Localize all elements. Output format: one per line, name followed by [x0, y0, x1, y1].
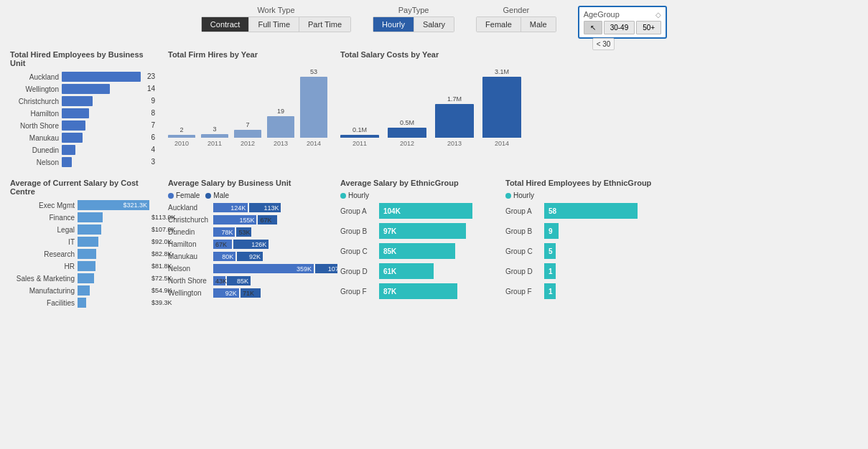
male-bar: 113K: [249, 203, 281, 212]
avg-salary-bu-bars: Auckland 124K 113K Christchurch 155K 67K: [168, 203, 327, 298]
female-bar-val: 92K: [225, 290, 237, 297]
total-firm-hires-chart: Total Firm Hires by Year 2 3 7 19 53 201…: [165, 47, 330, 170]
pay-type-buttons: Hourly Salary: [373, 16, 454, 32]
ethnic-hired-label: Group C: [505, 247, 541, 255]
list-item: Exec Mgmt $321.3K: [10, 200, 155, 210]
bar-fill: [340, 135, 379, 138]
total-firm-hires-title: Total Firm Hires by Year: [168, 50, 327, 59]
bar-fill: [201, 134, 228, 138]
list-item: Facilities $39.3K: [10, 298, 155, 308]
list-item: Group A 104K: [340, 203, 493, 219]
bar-top-label: 19: [277, 108, 284, 115]
bu-bars-group: 92K 71K: [213, 288, 327, 298]
bar-value: 9: [151, 96, 155, 106]
ethnic-label: Group D: [340, 268, 376, 275]
work-type-contract-btn[interactable]: Contract: [202, 17, 250, 32]
list-item: Group F 1: [505, 283, 858, 299]
male-bar-val: 53K: [238, 229, 250, 236]
eraser-icon[interactable]: ◇: [655, 11, 661, 19]
ethnic-bar: 87K: [379, 283, 457, 299]
total-hired-ethnic-bars: Group A 58 Group B 9 Group C 5 Group D 1…: [505, 203, 858, 299]
female-bar-val: 43K: [215, 278, 227, 285]
work-type-fulltime-btn[interactable]: Full Time: [249, 17, 299, 32]
female-bar: 43K: [213, 276, 225, 285]
bar-fill: [234, 130, 261, 138]
male-bar-val: 71K: [243, 290, 254, 297]
bu-bars-group: 359K 107K: [213, 264, 345, 273]
female-bar: 155K: [213, 215, 256, 225]
list-item: 0.5M: [388, 119, 426, 138]
female-bar-val: 67K: [215, 241, 227, 248]
bar-value-out: $113.0K: [151, 212, 176, 222]
total-salary-costs-title: Total Salary Costs by Year: [340, 50, 521, 59]
list-item: Auckland 124K 113K: [168, 203, 327, 212]
year-label: 2011: [340, 140, 379, 147]
bar-value-out: $54.9K: [151, 285, 172, 296]
male-bar-val: 85K: [237, 278, 248, 285]
firm-hires-bars-container: 2 3 7 19 53 20102011201220132014: [168, 66, 327, 163]
list-item: 19: [267, 108, 294, 138]
list-item: Sales & Marketing $72.5K: [10, 273, 155, 283]
salary-costs-bars-container: 0.1M 0.5M 1.7M 3.1M 2011201220132014: [340, 66, 521, 163]
list-item: 0.1M: [340, 126, 379, 138]
age-cursor-btn[interactable]: ↖: [584, 21, 602, 34]
bu-label: Manukau: [168, 252, 211, 260]
ethnic-hired-label: Group F: [505, 288, 541, 296]
year-label: 2013: [267, 140, 294, 147]
list-item: Dunedin 4: [10, 145, 155, 155]
ethnic-label: Group C: [340, 247, 376, 255]
bar-top-label: 3.1M: [495, 68, 509, 75]
female-bar: 78K: [213, 227, 235, 237]
avg-salary-ethnic-legend: Hourly: [340, 192, 493, 199]
ethnic-bar-val: 97K: [383, 227, 396, 235]
bar-value: 3: [151, 157, 155, 167]
cost-label: IT: [10, 238, 75, 246]
cost-bar-fill: [78, 237, 98, 247]
ethnic-bar: 61K: [379, 263, 434, 279]
list-item: Wellington 92K 71K: [168, 288, 327, 298]
bar-top-label: 0.1M: [353, 126, 367, 133]
ethnic-bar: 97K: [379, 223, 466, 239]
bar-label: Manukau: [10, 134, 59, 142]
ethnic-bar-val: 85K: [383, 247, 396, 255]
age-group-header: AgeGroup ◇: [584, 10, 662, 19]
cost-label: Facilities: [10, 299, 75, 307]
work-type-buttons: Contract Full Time Part Time: [201, 16, 351, 32]
list-item: 7: [234, 121, 261, 138]
bu-label: Hamilton: [168, 240, 211, 248]
total-hired-by-bu-bars: Auckland 23 Wellington 14 Christchurch 9…: [10, 72, 155, 167]
gender-female-btn[interactable]: Female: [477, 17, 521, 32]
male-bar: 126K: [233, 240, 269, 249]
female-bar-val: 124K: [230, 204, 246, 212]
list-item: Legal $107.0K: [10, 225, 155, 235]
bu-label: Wellington: [168, 289, 211, 297]
gender-buttons: Female Male: [476, 16, 556, 32]
work-type-parttime-btn[interactable]: Part Time: [299, 17, 350, 32]
ethnic-hired-label: Group B: [505, 227, 541, 235]
age-tooltip: < 30: [592, 38, 615, 50]
legend-hourly-hired-dot: [505, 193, 511, 199]
bar-fill: [62, 133, 83, 143]
age-50plus-btn[interactable]: 50+: [636, 21, 661, 34]
age-30-49-btn[interactable]: 30-49: [604, 21, 635, 34]
bar-fill: [62, 120, 85, 131]
bar-fill: [62, 84, 110, 94]
bar-value-out: $39.3K: [151, 298, 172, 308]
ethnic-hired-bar: 1: [544, 263, 556, 279]
cost-bar-track: $39.3K: [78, 298, 149, 308]
cost-label: Sales & Marketing: [10, 275, 75, 283]
ethnic-hired-label: Group D: [505, 268, 541, 275]
total-hired-ethnic-legend: Hourly: [505, 192, 858, 199]
list-item: Manukau 6: [10, 133, 155, 143]
list-item: Group A 58: [505, 203, 858, 219]
bu-bars-group: 78K 53K: [213, 227, 327, 237]
gender-label: Gender: [503, 6, 530, 14]
gender-male-btn[interactable]: Male: [521, 17, 556, 32]
avg-salary-by-bu-title: Average Salary by Business Unit: [168, 179, 327, 187]
pay-type-hourly-btn[interactable]: Hourly: [373, 17, 414, 32]
male-bar-val: 126K: [251, 241, 266, 248]
list-item: Finance $113.0K: [10, 212, 155, 222]
pay-type-salary-btn[interactable]: Salary: [414, 17, 454, 32]
avg-salary-cost-centre-chart: Average of Current Salary by Cost Centre…: [7, 176, 158, 311]
total-hired-by-bu-title: Total Hired Employees by Business Unit: [10, 50, 155, 67]
